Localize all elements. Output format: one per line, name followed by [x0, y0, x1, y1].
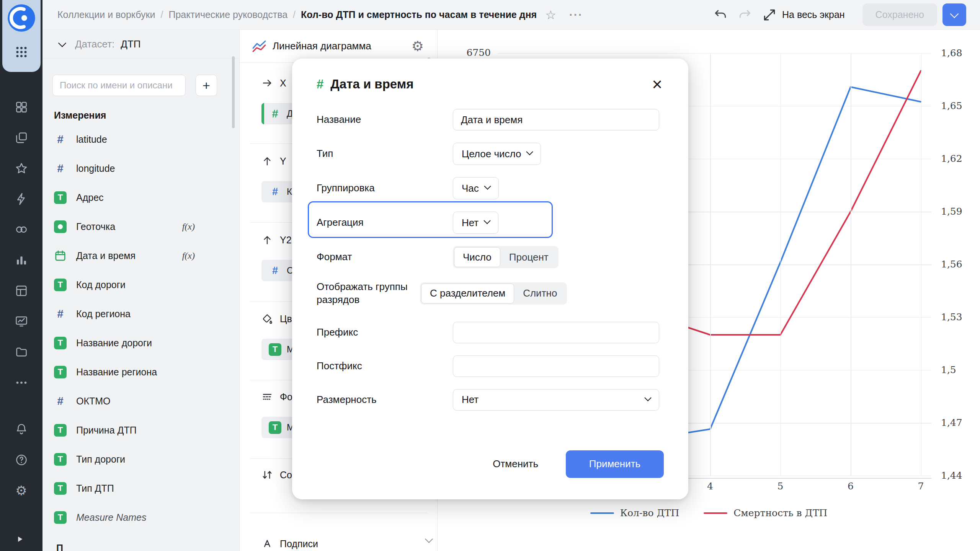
- sidebar-item-datasets[interactable]: [0, 214, 42, 245]
- datalens-logo[interactable]: [7, 3, 36, 33]
- field-row-datetime[interactable]: Дата и время f(x): [42, 241, 239, 270]
- digit-groups-option-separator[interactable]: С разделителем: [421, 284, 514, 303]
- saved-button[interactable]: Сохранено: [862, 3, 937, 26]
- field-row-region-code[interactable]: # Код региона: [42, 299, 239, 328]
- fullscreen-label[interactable]: На весь экран: [782, 9, 845, 20]
- dataset-header[interactable]: Датасет: ДТП: [42, 30, 239, 59]
- field-row-road-type[interactable]: T Тип дороги: [42, 445, 239, 474]
- field-row-accident-type[interactable]: T Тип ДТП: [42, 474, 239, 503]
- field-row-road-name[interactable]: T Название дороги: [42, 328, 239, 357]
- chart-config-header: Линейная диаграмма ⚙: [240, 30, 437, 63]
- number-field-icon: #: [269, 186, 281, 198]
- row-postfix: Постфикс: [317, 355, 664, 377]
- dataset-label: Датасет:: [75, 38, 114, 50]
- series-line-1: [683, 71, 921, 335]
- dataset-scrollbar[interactable]: [232, 56, 235, 128]
- field-row-road-code[interactable]: T Код дороги: [42, 270, 239, 299]
- circles-icon: [15, 223, 28, 236]
- sidebar-item-notifications[interactable]: [0, 414, 42, 445]
- number-field-icon: #: [269, 108, 281, 120]
- format-segmented-control: Число Процент: [453, 246, 559, 268]
- sidebar-item-storage[interactable]: [0, 337, 42, 367]
- sidebar-item-tables[interactable]: [0, 276, 42, 306]
- x-axis-tick: 7: [913, 481, 929, 492]
- chart-type-title[interactable]: Линейная диаграмма: [273, 40, 371, 52]
- favorite-star-icon[interactable]: ☆: [545, 8, 556, 22]
- gridline-vertical: [921, 53, 922, 476]
- x-axis-tick: 6: [843, 481, 858, 492]
- prefix-input[interactable]: [453, 322, 659, 343]
- digit-groups-option-merged[interactable]: Слитно: [514, 284, 566, 303]
- close-icon[interactable]: ×: [650, 75, 664, 93]
- legend-item-accidents[interactable]: Кол-во ДТП: [590, 507, 679, 518]
- field-row-longitude[interactable]: # longitude: [42, 154, 239, 183]
- sidebar-item-collections[interactable]: [0, 122, 42, 153]
- arrow-up-icon: [261, 155, 273, 167]
- field-row-accident-cause[interactable]: T Причина ДТП: [42, 416, 239, 445]
- sidebar-item-squares[interactable]: [0, 92, 42, 122]
- text-field-icon: T: [54, 337, 67, 349]
- legend-item-mortality[interactable]: Смертность в ДТП: [704, 507, 827, 518]
- monitor-icon: [15, 315, 28, 328]
- breadcrumb-collections[interactable]: Коллекции и воркбуки: [57, 9, 155, 20]
- sidebar-item-more[interactable]: [0, 367, 42, 398]
- sidebar-item-dashboards[interactable]: [0, 306, 42, 337]
- type-dropdown[interactable]: Целое число: [453, 143, 541, 165]
- sidebar-item-settings[interactable]: ⚙: [0, 475, 42, 506]
- sidebar: ⚙: [0, 0, 42, 551]
- row-format: Формат Число Процент: [317, 246, 664, 268]
- sidebar-expand-button[interactable]: [14, 533, 28, 547]
- breadcrumb-guides[interactable]: Практические руководства: [168, 9, 287, 20]
- text-field-icon: T: [54, 279, 67, 291]
- digit-groups-segmented-control: С разделителем Слитно: [420, 282, 567, 305]
- chevron-down-icon: [526, 148, 533, 155]
- apps-grid-icon[interactable]: [15, 45, 28, 59]
- question-icon: [15, 453, 28, 467]
- more-menu-icon[interactable]: ···: [569, 8, 583, 21]
- chevron-down-icon: [950, 9, 959, 18]
- field-row-address[interactable]: T Адрес: [42, 183, 239, 212]
- text-field-icon: T: [54, 366, 67, 378]
- number-field-icon: #: [54, 308, 67, 320]
- sidebar-item-connections[interactable]: [0, 184, 42, 214]
- sidebar-item-favorites[interactable]: [0, 153, 42, 184]
- cancel-button[interactable]: Отменить: [483, 450, 548, 478]
- save-dropdown-button[interactable]: [942, 3, 966, 26]
- number-field-icon: #: [317, 77, 323, 91]
- dataset-name[interactable]: ДТП: [121, 38, 140, 50]
- format-option-number[interactable]: Число: [454, 247, 500, 267]
- lightning-icon: [15, 192, 28, 206]
- text-field-icon: T: [54, 482, 67, 495]
- chart-settings-gear-icon[interactable]: ⚙: [412, 39, 424, 53]
- add-field-button[interactable]: +: [196, 75, 217, 96]
- undo-icon[interactable]: [713, 8, 728, 22]
- series-line-0: [683, 87, 921, 433]
- field-row-geopoint[interactable]: Геоточка f(x): [42, 212, 239, 241]
- row-dimension: Размерность Нет: [317, 389, 664, 411]
- redo-icon[interactable]: [738, 8, 752, 22]
- field-row-oktmo[interactable]: # ОКТМО: [42, 386, 239, 416]
- grouping-dropdown[interactable]: Час: [453, 177, 499, 199]
- apply-button[interactable]: Применить: [566, 450, 664, 478]
- fullscreen-icon[interactable]: [762, 8, 777, 22]
- name-input[interactable]: [453, 109, 659, 130]
- field-row-region-name[interactable]: T Название региона: [42, 357, 239, 386]
- dimension-select[interactable]: Нет: [453, 389, 659, 411]
- sidebar-item-charts[interactable]: [0, 245, 42, 276]
- field-row-measure-names[interactable]: T Measure Names: [42, 503, 239, 532]
- format-option-percent[interactable]: Процент: [500, 247, 557, 267]
- section-divider: [250, 513, 427, 513]
- number-field-icon: #: [269, 264, 281, 277]
- postfix-input[interactable]: [453, 355, 659, 377]
- field-search-input[interactable]: [52, 75, 186, 96]
- text-field-icon: T: [54, 453, 67, 466]
- sidebar-item-help[interactable]: [0, 445, 42, 475]
- ellipsis-icon: [15, 376, 28, 390]
- text-field-icon: T: [269, 343, 281, 356]
- dimensions-list: # latitude # longitude T Адрес Геоточка …: [42, 125, 239, 532]
- text-field-icon: T: [54, 511, 67, 524]
- field-row-latitude[interactable]: # latitude: [42, 125, 239, 154]
- aggregation-dropdown[interactable]: Нет: [453, 212, 498, 234]
- gear-icon: ⚙: [15, 484, 27, 497]
- field-settings-dialog: # Дата и время × Название Тип Целое числ…: [292, 59, 688, 499]
